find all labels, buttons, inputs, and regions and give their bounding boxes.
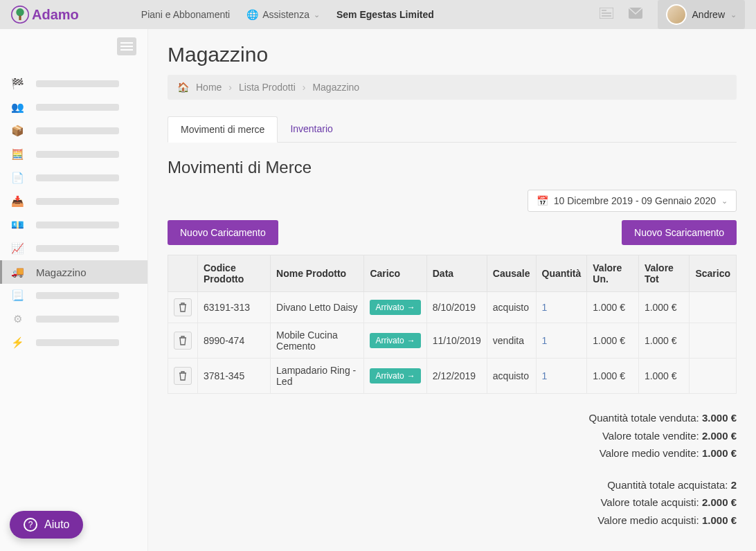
section-title: Movimenti di Merce: [168, 158, 737, 177]
people-icon: 👥: [11, 101, 24, 114]
nav-item-settings[interactable]: ⚙: [0, 307, 147, 331]
table-row: 8990-474 Mobile Cucina Cemento Arrivato …: [168, 323, 737, 359]
new-unload-button[interactable]: Nuovo Scaricamento: [622, 220, 737, 245]
cell-total: 1.000 €: [638, 359, 690, 394]
th-load: Carico: [364, 255, 426, 292]
topbar-right: Andrew ⌄: [600, 0, 745, 29]
chevron-down-icon: ⌄: [730, 10, 737, 19]
box-icon: 📦: [11, 125, 24, 137]
cell-unit: 1.000 €: [587, 292, 639, 323]
tab-inventory[interactable]: Inventario: [278, 116, 345, 142]
th-unload: Scarico: [690, 255, 737, 292]
th-qty: Quantità: [536, 255, 587, 292]
totals: Quantità totale venduta: 3.000 € Valore …: [168, 409, 737, 529]
nav-item-doc[interactable]: 📄: [0, 166, 147, 190]
page-title: Magazzino: [168, 43, 737, 66]
calculator-icon: 🧮: [11, 148, 24, 161]
cell-code: 3781-345: [198, 359, 271, 394]
cell-qty[interactable]: 1: [542, 302, 548, 313]
cell-reason: vendita: [487, 323, 536, 359]
gear-icon: ⚙: [11, 313, 24, 325]
new-load-button[interactable]: Nuovo Caricamento: [168, 220, 278, 245]
topbar-left: Piani e Abbonamenti 🌐 Assistenza ⌄ Sem E…: [141, 9, 434, 20]
cell-date: 11/10/2019: [426, 323, 487, 359]
sold-avg-val: 1.000 €: [702, 447, 737, 459]
cell-qty[interactable]: 1: [542, 370, 548, 381]
mail-icon[interactable]: [629, 8, 642, 22]
cell-total: 1.000 €: [638, 292, 690, 323]
nav: 🏁 👥 📦 🧮 📄 📥 💶 📈 🚚 Magazzino 📃 ⚙ ⚡: [0, 72, 147, 354]
chevron-down-icon: ⌄: [721, 197, 728, 206]
money-icon: 💶: [11, 219, 24, 231]
arrived-badge[interactable]: Arrivato →: [370, 300, 420, 315]
th-reason: Causale: [487, 255, 536, 292]
nav-item-warehouse[interactable]: 🚚 Magazzino: [0, 260, 147, 284]
arrow-right-icon: →: [407, 371, 415, 381]
bolt-icon: ⚡: [11, 336, 24, 349]
logo[interactable]: Adamo: [11, 6, 79, 24]
sold-qty-val: 3.000 €: [702, 412, 737, 424]
bc-home[interactable]: Home: [196, 82, 222, 93]
nav-item-chart[interactable]: 📈: [0, 237, 147, 260]
cell-code: 63191-313: [198, 292, 271, 323]
table-row: 63191-313 Divano Letto Daisy Arrivato → …: [168, 292, 737, 323]
nav-item-dashboard[interactable]: 🏁: [0, 72, 147, 96]
home-icon: 🏠: [177, 82, 189, 93]
help-fab[interactable]: ? Aiuto: [10, 511, 83, 539]
assist-link[interactable]: 🌐 Assistenza ⌄: [246, 9, 320, 20]
delete-button[interactable]: [174, 367, 192, 385]
plans-link[interactable]: Piani e Abbonamenti: [141, 9, 230, 20]
hamburger-button[interactable]: [117, 37, 136, 55]
cell-total: 1.000 €: [638, 323, 690, 359]
cell-qty[interactable]: 1: [542, 335, 548, 346]
main-content: Magazzino 🏠 Home › Lista Prodotti › Maga…: [148, 29, 756, 551]
nav-item-calc[interactable]: 🧮: [0, 143, 147, 166]
user-name: Andrew: [692, 9, 725, 20]
assist-label: Assistenza: [262, 9, 309, 20]
cell-unload: [690, 292, 737, 323]
date-range-picker[interactable]: 📅 10 Dicembre 2019 - 09 Gennaio 2020 ⌄: [528, 190, 737, 212]
file-icon: 📃: [11, 289, 24, 302]
cell-name: Divano Letto Daisy: [271, 292, 364, 323]
table-row: 3781-345 Lampadario Ring - Led Arrivato …: [168, 359, 737, 394]
th-code: Codice Prodotto: [198, 255, 271, 292]
delete-button[interactable]: [174, 332, 192, 350]
svg-rect-2: [19, 16, 21, 21]
tab-movements[interactable]: Movimenti di merce: [168, 116, 278, 143]
sold-avg-label: Valore medio vendite:: [600, 447, 699, 459]
avatar: [666, 4, 687, 25]
user-menu[interactable]: Andrew ⌄: [658, 0, 745, 29]
bought-val-val: 2.000 €: [702, 496, 737, 508]
bought-qty-val: 2: [731, 479, 737, 491]
bc-current: Magazzino: [312, 82, 359, 93]
inbox-icon: 📥: [11, 195, 24, 208]
nav-item-inbox[interactable]: 📥: [0, 190, 147, 213]
th-name: Nome Prodotto: [271, 255, 364, 292]
nav-item-box[interactable]: 📦: [0, 119, 147, 143]
svg-point-1: [16, 8, 24, 16]
cell-unload: [690, 359, 737, 394]
sold-qty-label: Quantità totale venduta:: [589, 412, 699, 424]
th-date: Data: [426, 255, 487, 292]
topbar: Adamo Piani e Abbonamenti 🌐 Assistenza ⌄…: [0, 0, 756, 29]
arrived-badge[interactable]: Arrivato →: [370, 333, 420, 348]
arrived-badge[interactable]: Arrivato →: [370, 368, 420, 383]
th-total: Valore Tot: [638, 255, 690, 292]
cell-reason: acquisto: [487, 359, 536, 394]
news-icon[interactable]: [600, 8, 613, 22]
help-icon: ?: [24, 518, 37, 532]
cell-name: Lampadario Ring - Led: [271, 359, 364, 394]
cell-reason: acquisto: [487, 292, 536, 323]
nav-item-money[interactable]: 💶: [0, 213, 147, 237]
bc-list[interactable]: Lista Prodotti: [239, 82, 296, 93]
nav-item-people[interactable]: 👥: [0, 96, 147, 119]
date-range-text: 10 Dicembre 2019 - 09 Gennaio 2020: [554, 195, 716, 206]
nav-item-file[interactable]: 📃: [0, 284, 147, 307]
truck-icon: 🚚: [11, 266, 24, 278]
cell-unload: [690, 323, 737, 359]
nav-label: Magazzino: [36, 267, 87, 278]
sidebar: 🏁 👥 📦 🧮 📄 📥 💶 📈 🚚 Magazzino 📃 ⚙ ⚡: [0, 29, 148, 551]
delete-button[interactable]: [174, 298, 192, 316]
tabs: Movimenti di merce Inventario: [168, 116, 737, 143]
nav-item-bolt[interactable]: ⚡: [0, 331, 147, 354]
